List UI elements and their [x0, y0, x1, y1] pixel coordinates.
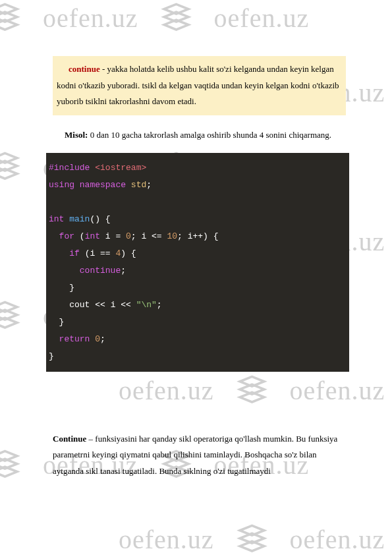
stack-icon [234, 521, 270, 555]
watermark-text: oefen.uz [119, 524, 214, 555]
example-prompt: Misol: 0 dan 10 gacha takrorlash amalga … [53, 127, 346, 144]
explanation-text: – funksiyasini har qanday sikl operatori… [53, 434, 337, 476]
misol-text: 0 dan 10 gacha takrorlash amalga oshirib… [88, 130, 331, 140]
highlight-definition: continue - yakka holatda kelib ushbu kal… [53, 56, 346, 115]
explanation-paragraph: Continue – funksiyasini har qanday sikl … [53, 431, 346, 480]
main-content: continue - yakka holatda kelib ushbu kal… [0, 0, 392, 480]
watermark-text: oefen.uz [290, 524, 385, 555]
continue-bold: Continue [53, 434, 86, 444]
keyword-continue: continue [69, 64, 100, 74]
misol-label: Misol: [65, 130, 88, 140]
code-example: #include <iostream> using namespace std;… [46, 153, 349, 372]
